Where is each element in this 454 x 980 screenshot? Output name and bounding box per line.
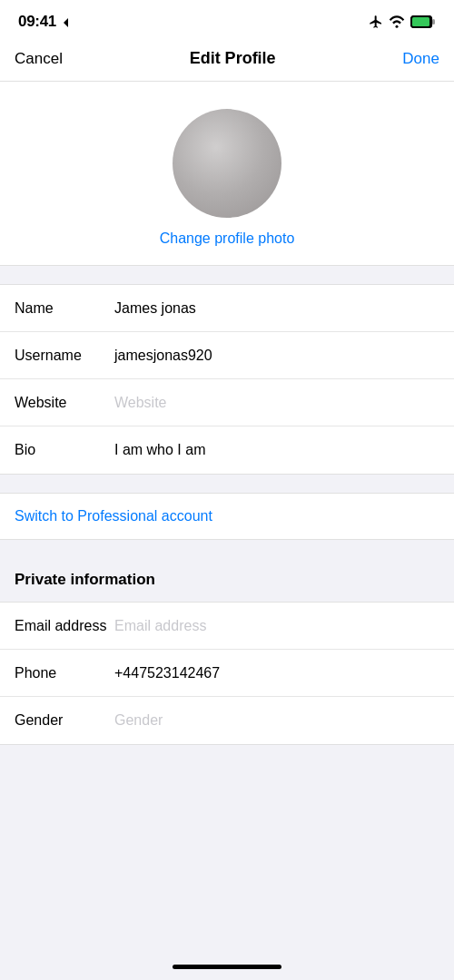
status-icons <box>369 15 436 29</box>
form-row: GenderGender <box>0 697 454 744</box>
form-row: BioI am who I am <box>0 426 454 474</box>
avatar[interactable] <box>173 109 281 218</box>
home-indicator <box>173 965 281 969</box>
done-button[interactable]: Done <box>402 50 439 68</box>
form-row: Usernamejamesjonas920 <box>0 332 454 379</box>
photo-section: Change profile photo <box>0 82 454 266</box>
page-title: Edit Profile <box>190 49 276 68</box>
form-row: WebsiteWebsite <box>0 379 454 426</box>
form-value[interactable]: James jonas <box>114 300 439 317</box>
status-bar: 09:41 <box>0 0 454 38</box>
form-label: Phone <box>15 665 114 681</box>
form-label: Name <box>15 300 114 317</box>
cancel-button[interactable]: Cancel <box>15 50 63 68</box>
private-info-title: Private information <box>15 571 155 588</box>
battery-icon <box>410 15 436 28</box>
form-label: Email address <box>15 618 114 634</box>
svg-rect-3 <box>432 19 435 24</box>
form-row: Email addressEmail address <box>0 603 454 650</box>
wifi-icon <box>389 15 405 28</box>
nav-bar: Cancel Edit Profile Done <box>0 38 454 82</box>
form-value[interactable]: +447523142467 <box>114 665 439 681</box>
switch-professional-button[interactable]: Switch to Professional account <box>15 508 212 524</box>
form-label: Username <box>15 348 114 364</box>
svg-point-0 <box>396 25 399 28</box>
status-time: 09:41 <box>18 13 71 31</box>
form-row: Phone+447523142467 <box>0 650 454 697</box>
form-label: Bio <box>15 442 114 458</box>
form-value[interactable]: Email address <box>114 618 439 634</box>
private-info-header: Private information <box>0 565 454 598</box>
form-row: NameJames jonas <box>0 285 454 332</box>
profile-form: NameJames jonasUsernamejamesjonas920Webs… <box>0 284 454 475</box>
form-value[interactable]: Website <box>114 395 439 411</box>
private-form: Email addressEmail addressPhone+44752314… <box>0 602 454 745</box>
form-value[interactable]: jamesjonas920 <box>114 348 439 364</box>
form-value[interactable]: I am who I am <box>114 442 439 458</box>
airplane-icon <box>369 15 383 29</box>
change-photo-button[interactable]: Change profile photo <box>160 230 295 247</box>
svg-rect-2 <box>412 17 429 26</box>
switch-professional-section: Switch to Professional account <box>0 493 454 540</box>
form-label: Website <box>15 395 114 411</box>
form-label: Gender <box>15 712 114 729</box>
form-value[interactable]: Gender <box>114 712 439 729</box>
